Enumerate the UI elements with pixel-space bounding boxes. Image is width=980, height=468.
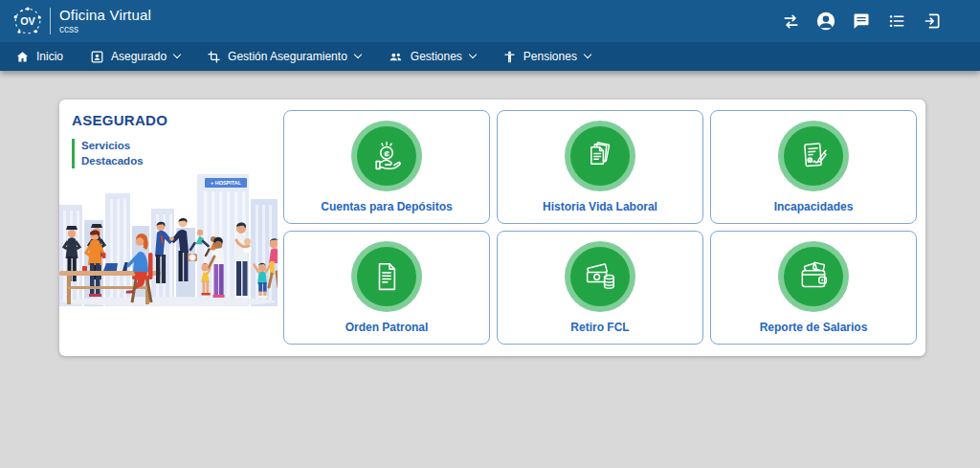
person-icon (502, 50, 517, 64)
tile-icon-ring (351, 241, 422, 312)
tile-label: Retiro FCL (570, 321, 629, 334)
main-nav: Inicio Asegurado Gestión Aseguramiento G… (0, 42, 980, 71)
document-lines-icon (357, 247, 416, 306)
asegurado-panel: ASEGURADO Servicios Destacados (59, 100, 925, 356)
nav-label: Asegurado (111, 50, 167, 63)
document-signature-icon (784, 126, 843, 186)
nav-item-inicio[interactable]: Inicio (2, 42, 77, 71)
crop-icon (207, 50, 221, 64)
app-subtitle: ccss (59, 24, 151, 34)
tile-reporte-de-salarios[interactable]: Reporte de Salarios (710, 231, 917, 345)
people-city-illustration: + HOSPITAL (59, 172, 278, 306)
list-icon[interactable] (885, 10, 908, 33)
svg-text:+ HOSPITAL: + HOSPITAL (211, 180, 242, 186)
coin-hand-icon: ₡ (357, 126, 416, 186)
hospital-sign: + HOSPITAL (205, 178, 247, 188)
banknotes-coins-icon (570, 247, 630, 306)
people-icon (388, 50, 404, 64)
nav-label: Gestiones (411, 50, 462, 63)
tile-label: Cuentas para Depósitos (321, 200, 452, 213)
chevron-down-icon (354, 51, 362, 58)
app-title: Oficina Virtual (59, 8, 151, 24)
tile-retiro-fcl[interactable]: Retiro FCL (497, 231, 703, 345)
colon-symbol: ₡ (384, 149, 390, 158)
panel-left-column: ASEGURADO Servicios Destacados (59, 100, 283, 356)
section-title: ASEGURADO (72, 112, 283, 128)
swap-arrows-icon[interactable] (779, 10, 802, 33)
tile-icon-ring (778, 121, 849, 191)
network-globe-icon: OV (11, 5, 44, 37)
tile-label: Incapacidades (774, 200, 854, 213)
logo-divider (50, 8, 51, 34)
nav-item-asegurado[interactable]: Asegurado (77, 42, 193, 71)
nav-label: Gestión Aseguramiento (228, 50, 347, 63)
tile-icon-ring (778, 241, 849, 312)
nav-item-gestion-aseguramiento[interactable]: Gestión Aseguramiento (193, 42, 374, 71)
header-actions (779, 10, 944, 33)
featured-services-label: Servicios Destacados (72, 139, 153, 168)
logo-text: OV (20, 15, 35, 27)
tile-icon-ring (565, 121, 635, 191)
nav-item-pensiones[interactable]: Pensiones (489, 42, 604, 71)
app-header: OV Oficina Virtual ccss (0, 0, 980, 42)
home-icon (15, 50, 30, 64)
chevron-down-icon (584, 51, 591, 58)
badge-icon (90, 50, 104, 64)
page-content: ASEGURADO Servicios Destacados (0, 71, 980, 356)
tile-icon-ring: ₡ (351, 121, 422, 191)
chevron-down-icon (469, 51, 477, 58)
services-grid: ₡ Cuentas para Depósitos (283, 110, 925, 356)
tile-orden-patronal[interactable]: Orden Patronal (283, 231, 490, 345)
nav-item-gestiones[interactable]: Gestiones (374, 42, 489, 71)
tile-label: Orden Patronal (345, 321, 429, 334)
tile-label: Historia Vida Laboral (543, 200, 657, 213)
nav-label: Pensiones (523, 50, 577, 63)
documents-stack-icon (570, 126, 630, 186)
app-logo[interactable]: OV Oficina Virtual ccss (11, 5, 151, 37)
chevron-down-icon (173, 51, 181, 58)
logout-icon[interactable] (921, 10, 944, 33)
tile-label: Reporte de Salarios (760, 321, 868, 334)
wallet-money-icon (784, 247, 843, 306)
tile-historia-vida-laboral[interactable]: Historia Vida Laboral (497, 110, 703, 224)
tile-incapacidades[interactable]: Incapacidades (710, 110, 917, 224)
chat-icon[interactable] (850, 10, 873, 33)
nav-label: Inicio (36, 50, 63, 63)
tile-cuentas-para-depositos[interactable]: ₡ Cuentas para Depósitos (283, 110, 490, 224)
account-icon[interactable] (814, 10, 837, 33)
tile-icon-ring (565, 241, 635, 312)
